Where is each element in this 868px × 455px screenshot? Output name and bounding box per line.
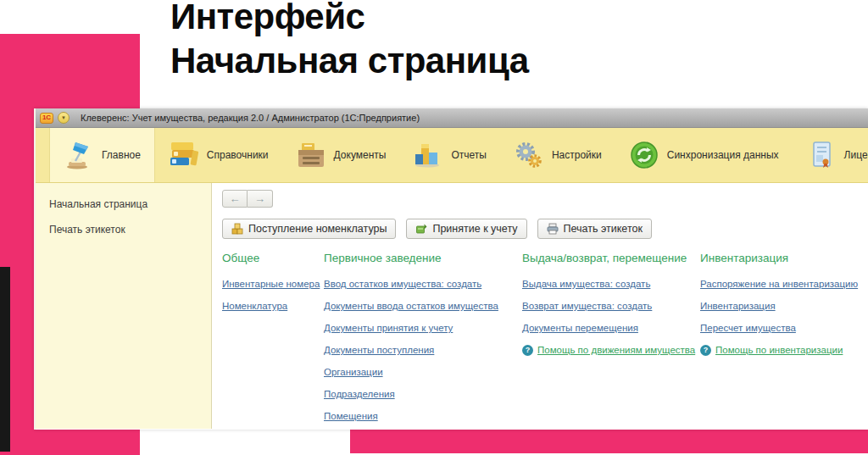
tab-label: Лицензирование (844, 149, 868, 161)
command-link[interactable]: Помещения (324, 411, 378, 421)
boxes-icon (231, 223, 243, 235)
link-row: Ввод остатков имущества: создать (324, 273, 514, 295)
sidebar: Начальная страницаПечать этикеток (36, 183, 212, 429)
column-general: ОбщееИнвентарные номераНоменклатура (222, 252, 324, 429)
green-box-icon (415, 223, 427, 235)
tab-settings[interactable]: Настройки (500, 128, 615, 182)
column-header: Первичное заведение (324, 252, 514, 264)
link-row: ?Помощь по движениям имущества (522, 339, 692, 361)
slide-title: Интерфейс Начальная страница (170, 0, 529, 83)
goods-receipt-button[interactable]: Поступление номенклатуры (222, 219, 396, 239)
button-label: Принятие к учету (432, 223, 517, 235)
link-row: Распоряжение на инвентаризацию (700, 273, 860, 295)
command-link[interactable]: Документы поступления (324, 345, 434, 355)
printer-icon (547, 223, 559, 235)
slide-title-line1: Интерфейс (170, 0, 364, 36)
slide-title-line2: Начальная страница (170, 41, 529, 80)
command-link[interactable]: Пересчет имущества (700, 323, 796, 333)
tab-label: Синхронизация данных (667, 149, 779, 161)
tab-label: Справочники (207, 149, 269, 161)
tab-label: Настройки (552, 149, 602, 161)
link-row: Помещения (324, 405, 514, 427)
command-link[interactable]: Подразделения (324, 389, 395, 399)
link-row: Инвентаризация (700, 295, 860, 317)
bar-chart-icon (413, 140, 443, 170)
link-row: Возврат имущества: создать (522, 295, 692, 317)
toolbar: Поступление номенклатурыПринятие к учету… (222, 219, 868, 239)
link-row: Документы поступления (324, 339, 514, 361)
command-link[interactable]: Организации (324, 367, 383, 377)
link-row: Инвентарные номера (222, 273, 315, 295)
app-window: 1С ▼ Клеверенс: Учет имущества, редакция… (34, 108, 868, 430)
link-row: Документы перемещения (522, 317, 692, 339)
help-icon: ? (522, 345, 533, 356)
ribbon-tabs: ГлавноеСправочникиДокументыОтчетыНастрой… (36, 128, 868, 183)
documents-icon (296, 140, 326, 170)
forward-button[interactable]: → (248, 190, 273, 208)
link-columns: ОбщееИнвентарные номераНоменклатураПерви… (222, 252, 868, 429)
license-icon (806, 140, 837, 170)
tab-data-sync[interactable]: Синхронизация данных (615, 128, 793, 182)
link-row: ?Помощь по первичному заведению (324, 427, 514, 429)
tab-label: Главное (102, 149, 141, 161)
command-link[interactable]: Инвентаризация (700, 301, 776, 311)
command-link[interactable]: Ввод остатков имущества: создать (324, 279, 481, 289)
link-row: ?Помощь по инвентаризации (700, 339, 860, 361)
help-link[interactable]: Помощь по инвентаризации (715, 345, 843, 355)
print-labels-button[interactable]: Печать этикеток (537, 219, 652, 239)
button-label: Печать этикеток (564, 223, 643, 235)
window-titlebar: 1С ▼ Клеверенс: Учет имущества, редакция… (36, 108, 868, 128)
column-issue-return-movement: Выдача/возврат, перемещениеВыдача имущес… (522, 252, 700, 429)
column-header: Выдача/возврат, перемещение (522, 252, 692, 264)
help-icon: ? (700, 345, 711, 356)
column-initial-setup: Первичное заведениеВвод остатков имущест… (324, 252, 522, 429)
books-icon (169, 140, 199, 170)
history-nav: ← → (222, 190, 273, 208)
command-link[interactable]: Документы ввода остатков имущества (324, 301, 498, 311)
main-content: ← → Поступление номенклатурыПринятие к у… (212, 183, 868, 429)
link-row: Выдача имущества: создать (522, 273, 692, 295)
link-row: Документы ввода остатков имущества (324, 295, 514, 317)
link-row: Документы принятия к учету (324, 317, 514, 339)
column-header: Общее (222, 252, 315, 264)
tab-documents[interactable]: Документы (282, 128, 400, 182)
command-link[interactable]: Распоряжение на инвентаризацию (700, 279, 858, 289)
desk-lamp-icon (64, 140, 94, 170)
link-row: Пересчет имущества (700, 317, 860, 339)
link-row: Подразделения (324, 383, 514, 405)
sidebar-item-home-page[interactable]: Начальная страница (36, 191, 211, 217)
tab-label: Отчеты (451, 149, 486, 161)
column-header: Инвентаризация (700, 252, 860, 264)
arrow-left-icon: ← (230, 193, 241, 204)
back-button[interactable]: ← (222, 190, 248, 208)
command-link[interactable]: Документы перемещения (522, 323, 638, 333)
sidebar-item-label-printing[interactable]: Печать этикеток (36, 217, 211, 242)
slide: Интерфейс Начальная страница 1С ▼ Клевер… (0, 0, 868, 455)
chevron-down-icon: ▼ (61, 115, 66, 120)
tab-reports[interactable]: Отчеты (399, 128, 499, 182)
tab-licensing[interactable]: Лицензирование (793, 128, 868, 182)
column-inventory: ИнвентаризацияРаспоряжение на инвентариз… (700, 252, 868, 429)
link-row: Номенклатура (222, 295, 315, 317)
gears-icon (514, 140, 544, 170)
tab-main[interactable]: Главное (49, 128, 155, 182)
link-row: Организации (324, 361, 514, 383)
help-link[interactable]: Помощь по движениям имущества (537, 345, 695, 355)
1c-logo-icon: 1С (40, 113, 53, 124)
command-link[interactable]: Документы принятия к учету (324, 323, 453, 333)
sync-icon (629, 140, 659, 170)
window-body: Начальная страницаПечать этикеток ← → По… (36, 183, 868, 429)
command-link[interactable]: Возврат имущества: создать (522, 301, 652, 311)
main-menu-button[interactable]: ▼ (58, 112, 70, 124)
command-link[interactable]: Выдача имущества: создать (522, 279, 650, 289)
black-accent-strip (0, 267, 10, 452)
arrow-right-icon: → (254, 193, 265, 204)
button-label: Поступление номенклатуры (248, 223, 387, 235)
window-title: Клеверенс: Учет имущества, редакция 2.0 … (81, 113, 420, 123)
tab-label: Документы (334, 149, 387, 161)
command-link[interactable]: Инвентарные номера (222, 279, 320, 289)
command-link[interactable]: Номенклатура (222, 301, 287, 311)
accept-for-accounting-button[interactable]: Принятие к учету (406, 219, 526, 239)
tab-catalogs[interactable]: Справочники (155, 128, 282, 182)
pink-accent-bottom (350, 426, 868, 453)
